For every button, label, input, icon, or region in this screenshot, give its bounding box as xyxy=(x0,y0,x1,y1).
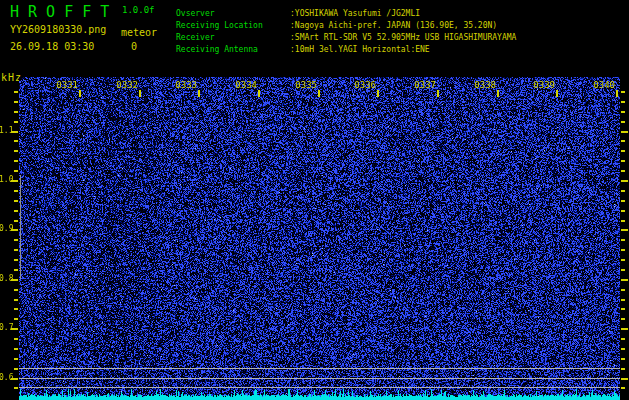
x-axis-time-label: 0333 xyxy=(174,80,197,90)
info-value: :10mH 3el.YAGI Horizontal:ENE xyxy=(290,45,430,54)
y-major-tick xyxy=(621,279,628,281)
y-minor-tick xyxy=(14,348,18,350)
y-minor-tick xyxy=(621,210,625,212)
y-minor-tick xyxy=(14,200,18,202)
x-axis-time-label: 0334 xyxy=(234,80,257,90)
y-minor-tick xyxy=(14,387,18,389)
y-minor-tick xyxy=(14,160,18,162)
y-minor-tick xyxy=(621,308,625,310)
x-axis-time-label: 0336 xyxy=(353,80,376,90)
spectrogram-canvas xyxy=(19,77,620,400)
y-minor-tick xyxy=(621,249,625,251)
y-minor-tick xyxy=(14,170,18,172)
y-minor-tick xyxy=(621,289,625,291)
y-minor-tick xyxy=(621,160,625,162)
y-major-tick xyxy=(621,229,628,231)
y-major-tick xyxy=(621,328,628,330)
info-value: :YOSHIKAWA Yasufumi /JG2MLI xyxy=(290,9,420,18)
info-value: :Nagoya Aichi-pref. JAPAN (136.90E, 35.2… xyxy=(290,21,497,30)
y-minor-tick xyxy=(14,259,18,261)
y-minor-tick xyxy=(14,299,18,301)
y-minor-tick xyxy=(14,239,18,241)
y-minor-tick xyxy=(621,259,625,261)
y-minor-tick xyxy=(621,220,625,222)
info-row: Receiver:SMArt RTL-SDR V5 52.905MHz USB … xyxy=(176,32,516,44)
y-minor-tick xyxy=(621,269,625,271)
info-label: Receiving Location xyxy=(176,20,290,32)
y-minor-tick xyxy=(621,91,625,93)
y-minor-tick xyxy=(621,140,625,142)
x-axis-time-label: 0340 xyxy=(592,80,615,90)
y-axis-label: 1.0 xyxy=(0,175,13,184)
x-axis-time-label: 0331 xyxy=(55,80,78,90)
station-info: Ovserver:YOSHIKAWA Yasufumi /JG2MLI Rece… xyxy=(176,8,516,56)
y-minor-tick xyxy=(621,121,625,123)
y-minor-tick xyxy=(621,348,625,350)
y-minor-tick xyxy=(621,368,625,370)
y-minor-tick xyxy=(621,101,625,103)
y-minor-tick xyxy=(621,200,625,202)
y-axis-label: 1.1 xyxy=(0,126,13,135)
y-minor-tick xyxy=(621,318,625,320)
y-axis-label: 0.8 xyxy=(0,274,13,283)
x-axis-time-label: 0332 xyxy=(115,80,138,90)
y-minor-tick xyxy=(14,101,18,103)
y-minor-tick xyxy=(14,140,18,142)
info-row: Receiving Location:Nagoya Aichi-pref. JA… xyxy=(176,20,516,32)
mode-label: meteor xyxy=(121,27,157,38)
x-axis-time-label: 0339 xyxy=(532,80,555,90)
y-minor-tick xyxy=(14,318,18,320)
y-minor-tick xyxy=(621,190,625,192)
y-minor-tick xyxy=(14,210,18,212)
y-minor-tick xyxy=(621,387,625,389)
y-axis-label: 0.9 xyxy=(0,224,13,233)
y-minor-tick xyxy=(14,249,18,251)
y-minor-tick xyxy=(621,150,625,152)
hrofft-output-window: H R O F F T 1.0.0f YY2609180330.png mete… xyxy=(0,0,629,400)
x-axis-time-label: 0337 xyxy=(413,80,436,90)
y-minor-tick xyxy=(14,91,18,93)
y-major-tick xyxy=(621,131,628,133)
y-minor-tick xyxy=(14,289,18,291)
info-label: Ovserver xyxy=(176,8,290,20)
y-axis-label: 0.6 xyxy=(0,373,13,382)
app-title: H R O F F T xyxy=(10,3,109,21)
y-minor-tick xyxy=(14,111,18,113)
x-axis-time-label: 0338 xyxy=(473,80,496,90)
timestamp: 26.09.18 03:30 xyxy=(10,41,94,52)
y-minor-tick xyxy=(14,220,18,222)
output-filename: YY2609180330.png xyxy=(10,24,106,35)
y-minor-tick xyxy=(14,358,18,360)
y-minor-tick xyxy=(621,299,625,301)
info-label: Receiving Antenna xyxy=(176,44,290,56)
info-row: Receiving Antenna:10mH 3el.YAGI Horizont… xyxy=(176,44,516,56)
y-major-tick xyxy=(621,180,628,182)
y-minor-tick xyxy=(621,239,625,241)
y-minor-tick xyxy=(14,368,18,370)
y-minor-tick xyxy=(14,338,18,340)
info-row: Ovserver:YOSHIKAWA Yasufumi /JG2MLI xyxy=(176,8,516,20)
info-label: Receiver xyxy=(176,32,290,44)
y-minor-tick xyxy=(14,121,18,123)
y-minor-tick xyxy=(621,111,625,113)
meteor-count: 0 xyxy=(131,41,137,52)
y-minor-tick xyxy=(621,170,625,172)
y-minor-tick xyxy=(14,269,18,271)
app-version: 1.0.0f xyxy=(122,5,155,15)
y-minor-tick xyxy=(14,190,18,192)
y-major-tick xyxy=(621,378,628,380)
y-minor-tick xyxy=(621,338,625,340)
y-axis-label: 0.7 xyxy=(0,323,13,332)
info-value: :SMArt RTL-SDR V5 52.905MHz USB HIGASHIM… xyxy=(290,33,516,42)
x-axis-time-label: 0335 xyxy=(294,80,317,90)
y-minor-tick xyxy=(14,150,18,152)
y-minor-tick xyxy=(621,358,625,360)
y-minor-tick xyxy=(14,308,18,310)
